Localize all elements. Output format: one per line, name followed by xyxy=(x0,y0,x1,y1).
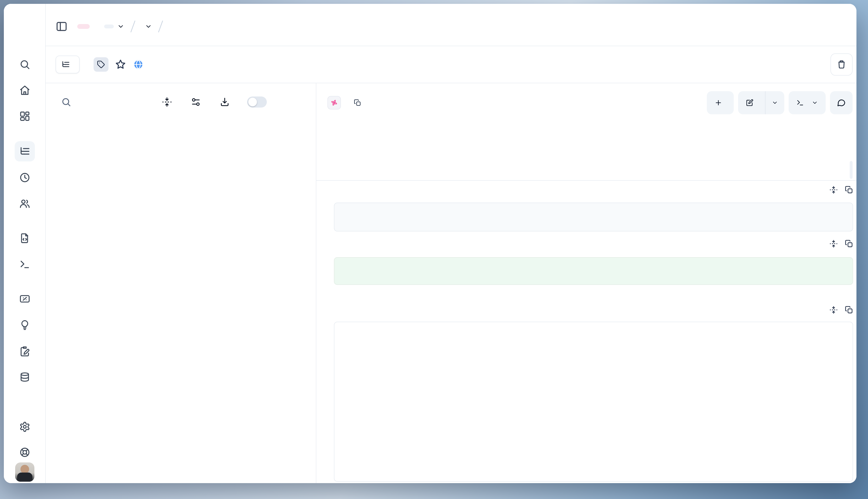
observation-detail-panel xyxy=(316,83,856,483)
timeline-toggle[interactable] xyxy=(247,97,267,108)
tree-settings-icon[interactable] xyxy=(191,97,201,107)
search-icon[interactable] xyxy=(15,54,35,75)
chevron-down-icon xyxy=(812,100,818,106)
view-format-toggle xyxy=(850,161,853,179)
copy-icon[interactable] xyxy=(845,186,853,194)
project-chevron-down-icon[interactable] xyxy=(145,23,152,30)
annotate-dropdown-chevron-icon[interactable] xyxy=(766,91,784,114)
app-window xyxy=(4,4,856,483)
trace-type-chip xyxy=(56,56,80,73)
pen-icon xyxy=(746,99,754,107)
panel-toggle-icon[interactable] xyxy=(56,21,68,33)
copy-icon[interactable] xyxy=(845,306,853,314)
desktop: { "theme": { "accent": "#5646e5", "key_b… xyxy=(0,0,868,499)
datasets-database-icon[interactable] xyxy=(15,367,35,387)
globe-icon[interactable] xyxy=(133,59,144,70)
search-input[interactable] xyxy=(75,97,155,107)
annotation-clipboard-icon[interactable] xyxy=(15,341,35,361)
sessions-clock-icon[interactable] xyxy=(15,168,35,188)
playground-button[interactable] xyxy=(788,91,826,114)
tag-icon[interactable] xyxy=(94,57,109,72)
download-icon[interactable] xyxy=(220,97,230,107)
input-value xyxy=(334,203,853,231)
search-icon xyxy=(61,97,71,107)
star-icon[interactable] xyxy=(115,59,126,70)
comment-button[interactable] xyxy=(830,91,853,114)
delete-trace-button[interactable] xyxy=(830,53,853,75)
avatar[interactable] xyxy=(15,462,34,482)
add-to-datasets-button[interactable] xyxy=(707,91,734,114)
users-icon[interactable] xyxy=(15,193,35,214)
env-badge xyxy=(77,24,90,29)
litellm-pinwheel-icon xyxy=(327,96,341,109)
annotate-button[interactable] xyxy=(738,91,765,114)
trace-header xyxy=(46,46,856,83)
nav-rail xyxy=(4,4,46,483)
breadcrumb-separator xyxy=(158,21,163,33)
observation-tree-panel xyxy=(46,83,316,483)
settings-gear-icon[interactable] xyxy=(15,417,35,437)
dashboard-icon[interactable] xyxy=(15,106,35,126)
home-icon[interactable] xyxy=(15,80,35,100)
output-value xyxy=(334,257,853,285)
annotate-split-button xyxy=(738,91,784,114)
comment-icon xyxy=(837,98,846,107)
collapse-section-icon[interactable] xyxy=(830,186,838,194)
terminal-icon xyxy=(796,99,804,107)
support-lifebuoy-icon[interactable] xyxy=(15,442,35,462)
breadcrumb-separator xyxy=(131,21,135,33)
metadata-json-viewer xyxy=(334,322,853,482)
collapse-all-icon[interactable] xyxy=(162,97,172,107)
copy-icon[interactable] xyxy=(845,240,853,248)
evals-lightbulb-icon[interactable] xyxy=(15,315,35,335)
copy-icon xyxy=(354,99,361,106)
org-type-badge xyxy=(104,25,114,28)
plus-icon xyxy=(714,99,722,107)
org-chevron-down-icon[interactable] xyxy=(117,23,124,30)
playground-terminal-icon[interactable] xyxy=(15,254,35,275)
collapse-section-icon[interactable] xyxy=(830,306,838,314)
trace-tree-icon xyxy=(61,60,70,69)
prompts-file-code-icon[interactable] xyxy=(15,228,35,248)
scores-icon[interactable] xyxy=(15,289,35,309)
tracing-icon[interactable] xyxy=(15,141,35,161)
copy-id-button[interactable] xyxy=(354,99,364,106)
breadcrumb xyxy=(4,4,856,46)
collapse-section-icon[interactable] xyxy=(830,240,838,248)
